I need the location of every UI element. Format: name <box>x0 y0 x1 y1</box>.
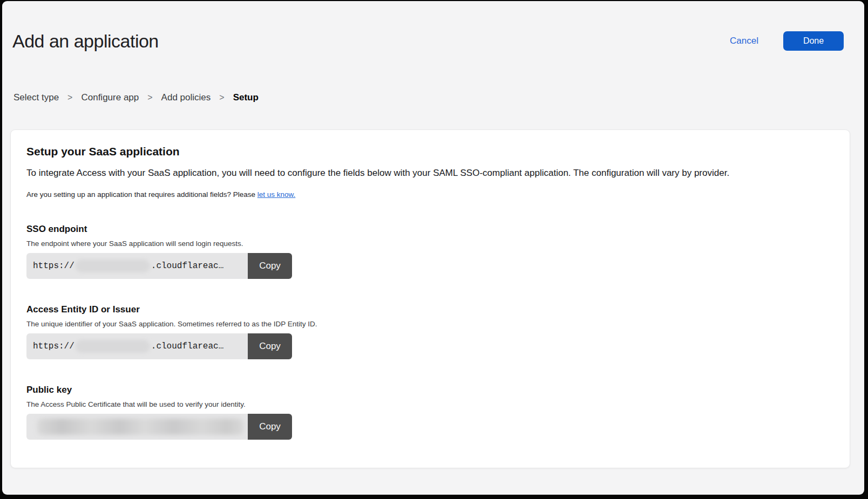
cancel-button[interactable]: Cancel <box>730 36 758 46</box>
public-key-value[interactable] <box>26 414 248 440</box>
breadcrumb-step-setup: Setup <box>233 92 259 103</box>
field-access-entity-id: Access Entity ID or Issuer The unique id… <box>26 304 833 359</box>
sso-endpoint-row: https:// .cloudflareac… Copy <box>26 253 292 279</box>
sso-endpoint-value[interactable]: https:// .cloudflareac… <box>26 253 248 279</box>
copy-button[interactable]: Copy <box>248 414 292 440</box>
value-prefix: https:// <box>33 261 74 271</box>
field-description: The endpoint where your SaaS application… <box>26 240 833 248</box>
field-sso-endpoint: SSO endpoint The endpoint where your Saa… <box>26 224 833 279</box>
page-title: Add an application <box>12 30 159 52</box>
field-public-key: Public key The Access Public Certificate… <box>26 385 833 440</box>
access-entity-id-value[interactable]: https:// .cloudflareac… <box>26 333 248 359</box>
redacted-text <box>76 259 150 272</box>
breadcrumb: Select type > Configure app > Add polici… <box>13 92 864 103</box>
card-note: Are you setting up an application that r… <box>26 190 833 199</box>
breadcrumb-separator: > <box>67 93 72 102</box>
page-header: Add an application Cancel Done <box>2 1 864 52</box>
redacted-text <box>76 340 150 353</box>
breadcrumb-step-add-policies[interactable]: Add policies <box>161 92 211 103</box>
field-description: The unique identifier of your SaaS appli… <box>26 320 833 328</box>
breadcrumb-step-select-type[interactable]: Select type <box>13 92 59 103</box>
field-label: Access Entity ID or Issuer <box>26 304 833 315</box>
done-button[interactable]: Done <box>783 31 844 51</box>
add-application-page: Add an application Cancel Done Select ty… <box>2 1 864 495</box>
header-actions: Cancel Done <box>730 31 844 51</box>
copy-button[interactable]: Copy <box>248 253 292 279</box>
breadcrumb-step-configure-app[interactable]: Configure app <box>81 92 139 103</box>
value-prefix: https:// <box>33 341 74 351</box>
field-label: SSO endpoint <box>26 224 833 235</box>
card-title: Setup your SaaS application <box>26 145 833 158</box>
public-key-row: Copy <box>26 414 292 440</box>
value-suffix: .cloudflareac… <box>151 261 223 271</box>
breadcrumb-separator: > <box>219 93 224 102</box>
field-label: Public key <box>26 385 833 395</box>
field-description: The Access Public Certificate that will … <box>26 400 833 408</box>
card-note-text: Are you setting up an application that r… <box>26 190 257 199</box>
breadcrumb-separator: > <box>147 93 152 102</box>
setup-saas-card: Setup your SaaS application To integrate… <box>10 129 850 468</box>
card-description: To integrate Access with your SaaS appli… <box>26 167 833 180</box>
access-entity-id-row: https:// .cloudflareac… Copy <box>26 333 292 359</box>
let-us-know-link[interactable]: let us know. <box>257 190 296 199</box>
copy-button[interactable]: Copy <box>248 333 292 359</box>
value-suffix: .cloudflareac… <box>151 341 223 351</box>
redacted-text <box>37 419 243 435</box>
